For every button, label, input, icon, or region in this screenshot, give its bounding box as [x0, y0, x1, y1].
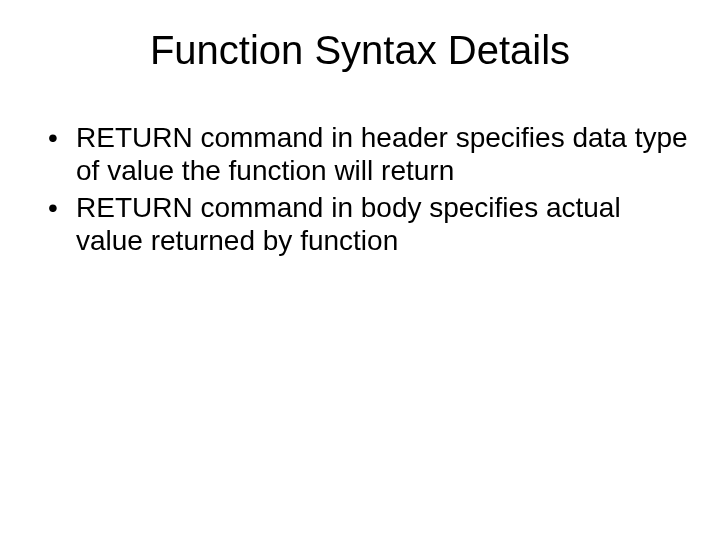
bullet-list: RETURN command in header specifies data …: [30, 121, 690, 257]
slide-title: Function Syntax Details: [30, 28, 690, 73]
slide-container: Function Syntax Details RETURN command i…: [0, 0, 720, 540]
bullet-item: RETURN command in body specifies actual …: [48, 191, 690, 257]
bullet-item: RETURN command in header specifies data …: [48, 121, 690, 187]
